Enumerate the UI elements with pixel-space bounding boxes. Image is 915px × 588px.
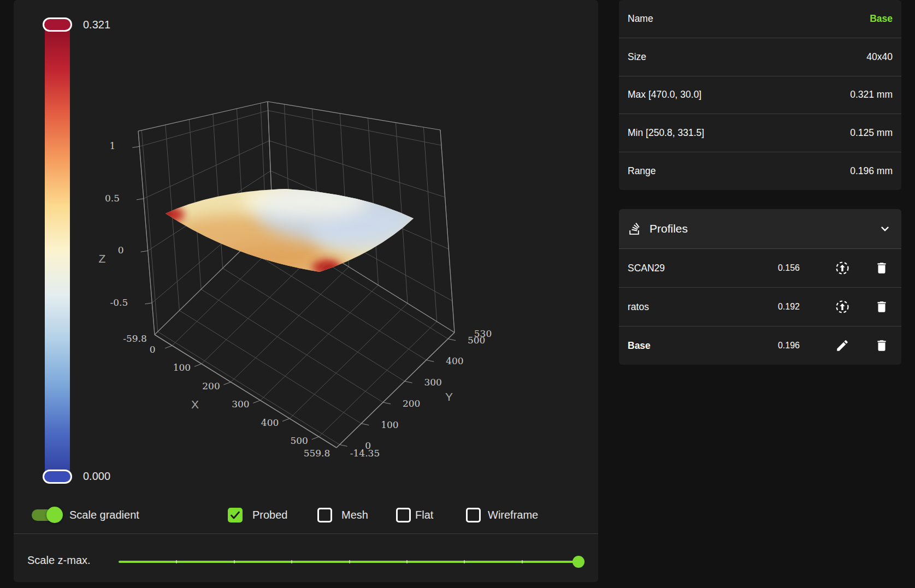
checkbox-label-flat: Flat bbox=[415, 509, 433, 521]
profile-row-scan29: SCAN290.156 bbox=[619, 249, 901, 288]
plot-tick-label: X bbox=[191, 398, 199, 411]
checkbox-label-probed: Probed bbox=[252, 509, 288, 521]
profile-actions bbox=[835, 338, 889, 353]
scale-zmax-slider-track[interactable] bbox=[119, 561, 579, 563]
info-row-min: Min [250.8, 331.5]0.125 mm bbox=[619, 114, 901, 152]
checkbox-probed[interactable] bbox=[228, 508, 243, 522]
profile-name: Base bbox=[628, 340, 756, 352]
info-value: 40x40 bbox=[866, 51, 893, 63]
plot-tick-label: -14.35 bbox=[350, 448, 380, 459]
plot-tick-label: Z bbox=[99, 252, 106, 265]
slider-tick bbox=[349, 560, 350, 563]
profile-row-base: Base0.196 bbox=[619, 326, 901, 365]
info-label: Size bbox=[628, 51, 866, 63]
profile-range-value: 0.196 bbox=[756, 341, 800, 351]
plot-tick-label: 300 bbox=[232, 399, 249, 409]
plot-tick-label: 100 bbox=[173, 362, 191, 373]
slider-tick bbox=[234, 560, 235, 563]
delete-profile-icon[interactable] bbox=[874, 260, 889, 276]
plot-tick-label: 200 bbox=[202, 381, 220, 391]
plot-tick-label: -0.5 bbox=[110, 297, 128, 308]
plot-tick-label: 0 bbox=[118, 245, 124, 256]
plot-tick-label: 500 bbox=[290, 435, 308, 446]
mesh-info-table: NameBaseSize40x40Max [470.0, 30.0]0.321 … bbox=[619, 0, 901, 190]
profile-range-value: 0.156 bbox=[756, 263, 800, 273]
plot-tick-label: 400 bbox=[261, 417, 279, 428]
scale-gradient-toggle-thumb[interactable] bbox=[46, 507, 63, 523]
profile-name: ratos bbox=[628, 301, 756, 313]
info-row-range: Range0.196 mm bbox=[619, 152, 901, 190]
info-label: Min [250.8, 331.5] bbox=[628, 127, 850, 139]
slider-tick bbox=[406, 560, 408, 563]
heightmap-page: 0.321 0.000 0100200300400500-59.8559.801… bbox=[0, 0, 915, 588]
info-row-size: Size40x40 bbox=[619, 38, 901, 76]
info-value: Base bbox=[870, 13, 893, 25]
info-value: 0.321 mm bbox=[850, 89, 893, 100]
profiles-rows: SCAN290.156ratos0.192Base0.196 bbox=[619, 249, 901, 365]
checkbox-label-mesh: Mesh bbox=[341, 509, 368, 521]
info-row-max: Max [470.0, 30.0]0.321 mm bbox=[619, 76, 901, 115]
info-value: 0.125 mm bbox=[850, 127, 893, 139]
load-profile-icon[interactable] bbox=[835, 299, 850, 314]
slider-tick bbox=[522, 560, 523, 563]
profile-range-value: 0.192 bbox=[756, 302, 800, 312]
delete-profile-icon[interactable] bbox=[874, 338, 889, 353]
plot-tick-label: 400 bbox=[446, 355, 463, 366]
slider-tick bbox=[176, 560, 177, 563]
plot-tick-label: 200 bbox=[403, 398, 420, 409]
scale-zmax-label: Scale z-max. bbox=[27, 554, 91, 567]
plot-tick-label: 559.8 bbox=[304, 448, 330, 459]
plot-tick-label: Y bbox=[445, 390, 453, 403]
checkbox-label-wireframe: Wireframe bbox=[488, 509, 538, 521]
slider-tick bbox=[291, 560, 292, 563]
plot-tick-label: 0 bbox=[150, 344, 156, 355]
profiles-header: Profiles bbox=[619, 209, 901, 249]
profiles-title: Profiles bbox=[650, 222, 877, 235]
profile-name: SCAN29 bbox=[628, 263, 756, 274]
delete-profile-icon[interactable] bbox=[874, 299, 889, 314]
plot-tick-label: 300 bbox=[424, 377, 441, 388]
bed-mesh-3d-plot[interactable]: 0100200300400500-59.8559.801002003004005… bbox=[14, 0, 598, 551]
checkbox-wireframe[interactable] bbox=[466, 508, 481, 522]
info-value: 0.196 mm bbox=[850, 165, 893, 177]
profiles-card: Profiles SCAN290.156ratos0.192Base0.196 bbox=[619, 209, 901, 365]
plot-tick-label: 100 bbox=[381, 419, 398, 430]
info-label: Max [470.0, 30.0] bbox=[628, 89, 850, 100]
slider-tick bbox=[464, 560, 465, 563]
scale-gradient-label: Scale gradient bbox=[69, 509, 139, 521]
plot-tick-label: 0.5 bbox=[105, 193, 120, 204]
chevron-down-icon[interactable] bbox=[877, 221, 893, 236]
plot-tick-label: -59.8 bbox=[123, 333, 147, 344]
checkbox-mesh[interactable] bbox=[317, 508, 332, 522]
checkbox-flat[interactable] bbox=[396, 508, 411, 522]
profiles-stack-icon bbox=[628, 222, 642, 236]
scale-zmax-slider-thumb[interactable] bbox=[572, 556, 585, 568]
divider bbox=[14, 533, 598, 534]
load-profile-icon[interactable] bbox=[835, 260, 850, 276]
info-label: Name bbox=[628, 13, 870, 25]
profile-actions bbox=[835, 260, 889, 276]
info-row-name: NameBase bbox=[619, 0, 901, 38]
info-label: Range bbox=[628, 165, 850, 177]
profile-row-ratos: ratos0.192 bbox=[619, 288, 901, 326]
plot-tick-label: 1 bbox=[109, 140, 115, 151]
plot-tick-label: 530 bbox=[474, 328, 492, 339]
profile-actions bbox=[835, 299, 889, 314]
edit-profile-icon[interactable] bbox=[835, 338, 850, 353]
